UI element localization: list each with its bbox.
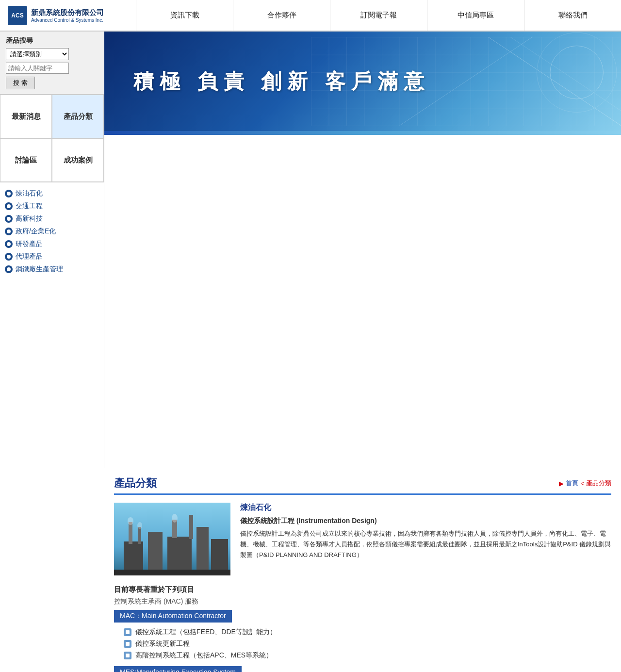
sidebar-link-政府/企業E化[interactable]: 政府/企業E化	[5, 225, 99, 238]
link-dot-icon	[5, 265, 13, 273]
link-dot-icon	[5, 215, 13, 223]
mac-service-item: 儀控系統工程（包括FEED、DDE等設計能力）	[114, 626, 611, 638]
logo-text: 新鼎系統股份有限公司 Advanced Control & Systems In…	[31, 8, 104, 23]
nav-item-合作夥伴[interactable]: 合作夥伴	[233, 0, 330, 31]
services-section: 目前專長著重於下列項目 控制系統主承商 (MAC) 服務 MAC：Main Au…	[114, 585, 611, 672]
mac-items: 儀控系統工程（包括FEED、DDE等設計能力）儀控系統更新工程高階控制系統工程（…	[114, 626, 611, 661]
left-panel: 產品搜尋 請選擇類別 搜 索 最新消息產品分類討論區成功案例 煉油石化交通工程高…	[0, 32, 104, 468]
logo-area: ACS 新鼎系統股份有限公司 Advanced Control & System…	[0, 2, 136, 29]
nav-cell-最新消息[interactable]: 最新消息	[0, 95, 52, 138]
svg-rect-9	[167, 537, 192, 571]
svg-rect-13	[138, 527, 141, 544]
page-header: 產品分類 ▶ 首頁 < 產品分類	[114, 476, 611, 495]
main-nav: 資訊下載合作夥伴訂閱電子報中信局專區聯絡我們	[136, 0, 621, 31]
svg-rect-19	[114, 570, 230, 575]
header: ACS 新鼎系統股份有限公司 Advanced Control & System…	[0, 0, 621, 32]
mac-badge: MAC：Main Automation Contractor	[114, 610, 232, 623]
services-subtitle: 控制系統主承商 (MAC) 服務	[114, 597, 611, 606]
sidebar-link-鋼鐵廠生產管理[interactable]: 鋼鐵廠生產管理	[5, 263, 99, 276]
svg-rect-12	[129, 522, 132, 544]
nav-item-中信局專區[interactable]: 中信局專區	[427, 0, 524, 31]
product-intro: 煉油石化 儀控系統設計工程 (Instrumentation Design) 儀…	[114, 503, 611, 575]
services-title: 目前專長著重於下列項目	[114, 585, 611, 594]
breadcrumb-home[interactable]: 首頁	[566, 479, 578, 488]
svg-rect-15	[189, 515, 193, 539]
search-title: 產品搜尋	[6, 36, 98, 45]
nav-item-訂閱電子報[interactable]: 訂閱電子報	[330, 0, 427, 31]
breadcrumb-current: 產品分類	[586, 479, 611, 488]
link-dot-icon	[5, 240, 13, 248]
nav-item-聯絡我們[interactable]: 聯絡我們	[524, 0, 621, 31]
sidebar-link-煉油石化[interactable]: 煉油石化	[5, 187, 99, 200]
service-bullet-icon	[124, 640, 131, 648]
link-dot-icon	[5, 190, 13, 197]
svg-rect-7	[124, 541, 143, 571]
nav-item-資訊下載[interactable]: 資訊下載	[136, 0, 233, 31]
product-desc-title: 儀控系統設計工程 (Instrumentation Design)	[240, 517, 611, 525]
mac-service-item: 儀控系統更新工程	[114, 638, 611, 650]
svg-point-17	[137, 522, 142, 529]
blue-bar	[104, 131, 621, 135]
product-image	[114, 503, 230, 575]
link-dot-icon	[5, 253, 13, 261]
nav-cell-討論區[interactable]: 討論區	[0, 138, 52, 182]
breadcrumb: ▶ 首頁 < 產品分類	[559, 479, 611, 488]
search-button[interactable]: 搜 索	[6, 77, 35, 89]
mac-service-item: 高階控制系統工程（包括APC、MES等系統）	[114, 650, 611, 661]
product-desc-text: 儀控系統設計工程為新鼎公司成立以來的核心專業技術，因為我們擁有各類專門技術人員，…	[240, 528, 611, 560]
service-bullet-icon	[124, 652, 131, 659]
breadcrumb-arrow: ▶	[559, 480, 564, 487]
nav-cell-產品分類[interactable]: 產品分類	[52, 95, 104, 138]
svg-rect-8	[148, 532, 163, 571]
service-bullet-icon	[124, 628, 131, 636]
logo-icon: ACS	[8, 6, 27, 25]
svg-rect-10	[196, 527, 209, 571]
svg-point-18	[172, 514, 178, 523]
sidebar-link-研發產品[interactable]: 研發產品	[5, 238, 99, 250]
hero-banner: 積極 負責 創新 客戶滿意	[104, 32, 621, 131]
left-links: 煉油石化交通工程高新科技政府/企業E化研發產品代理產品鋼鐵廠生產管理	[0, 182, 104, 280]
link-dot-icon	[5, 202, 13, 210]
product-description: 煉油石化 儀控系統設計工程 (Instrumentation Design) 儀…	[240, 503, 611, 575]
nav-cell-成功案例[interactable]: 成功案例	[52, 138, 104, 182]
main-content: 產品分類 ▶ 首頁 < 產品分類	[104, 468, 621, 672]
svg-rect-11	[211, 539, 228, 571]
product-name: 煉油石化	[240, 503, 611, 513]
sidebar-link-交通工程[interactable]: 交通工程	[5, 200, 99, 213]
search-input[interactable]	[6, 63, 69, 74]
sidebar-link-高新科技[interactable]: 高新科技	[5, 213, 99, 225]
sidebar-link-代理產品[interactable]: 代理產品	[5, 250, 99, 263]
search-box: 產品搜尋 請選擇類別 搜 索	[0, 32, 104, 95]
mes-badge: MES:Manufacturing Execution System	[114, 666, 242, 672]
category-select[interactable]: 請選擇類別	[6, 48, 69, 60]
link-dot-icon	[5, 228, 13, 235]
breadcrumb-separator: <	[580, 480, 584, 487]
nav-grid: 最新消息產品分類討論區成功案例	[0, 95, 104, 182]
page-title: 產品分類	[114, 476, 157, 491]
svg-point-16	[128, 517, 133, 525]
